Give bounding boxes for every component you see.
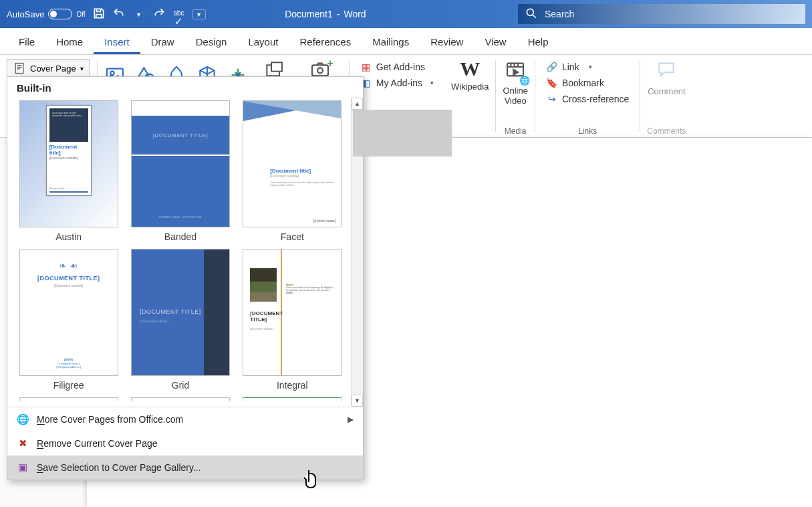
title-bar: AutoSave Off ▾ abc ✓ ▾ Document1 - Word — [0, 0, 812, 28]
chevron-down-icon: ▾ — [589, 64, 592, 70]
link-button[interactable]: 🔗 Link ▾ — [542, 59, 596, 75]
gallery-section-header: Built-in — [7, 77, 363, 98]
cover-page-label: Cover Page — [30, 64, 76, 74]
crossref-label: Cross-reference — [562, 94, 629, 104]
remove-page-icon: ✖ — [17, 437, 29, 449]
thumb-subtitle: [Document subtitle] — [270, 174, 334, 178]
tab-review[interactable]: Review — [420, 31, 474, 54]
group-links: Links — [578, 124, 597, 136]
tab-layout[interactable]: Layout — [237, 31, 289, 54]
chevron-down-icon: ▾ — [430, 80, 434, 86]
globe-icon: 🌐 — [17, 413, 29, 425]
svg-rect-7 — [312, 65, 328, 76]
search-input[interactable] — [545, 9, 799, 19]
comment-label: Comment — [648, 86, 685, 96]
window-title: Document1 - Word — [285, 9, 366, 19]
undo-icon[interactable] — [112, 7, 126, 22]
more-cover-label: More Cover Pages from Office.com — [37, 414, 183, 425]
bookmark-button[interactable]: 🔖 Bookmark — [542, 75, 608, 91]
thumb-subtitle: [Document subtitle] — [250, 327, 273, 330]
store-icon: ▦ — [360, 62, 372, 72]
remove-cover-page[interactable]: ✖ Remove Current Cover Page — [7, 431, 363, 455]
autosave-toggle[interactable] — [48, 9, 72, 19]
thumb-subtitle: [Document subtitle] — [20, 284, 118, 288]
cover-integral[interactable]: AbstractLorem ipsum dolor sit amet adipi… — [243, 249, 342, 376]
search-icon — [525, 7, 538, 22]
svg-point-0 — [527, 9, 533, 15]
scroll-down-icon[interactable]: ▼ — [352, 395, 363, 407]
group-media: Media — [505, 124, 527, 136]
tab-references[interactable]: References — [289, 31, 362, 54]
link-label: Link — [562, 62, 579, 72]
thumb-label-grid: Grid — [172, 376, 189, 393]
cover-page-gallery: Built-in Lorem ipsum dolor sit amet cons… — [7, 76, 364, 480]
page-icon — [13, 62, 26, 75]
online-video-icon[interactable]: 🌐 — [505, 59, 526, 83]
thumb-label-austin: Austin — [55, 227, 82, 245]
get-addins-label: Get Add-ins — [376, 62, 425, 72]
chevron-down-icon: ▾ — [80, 65, 84, 72]
autosave-knob-icon — [50, 11, 57, 17]
cover-page-button[interactable]: Cover Page ▾ — [7, 59, 90, 78]
scroll-up-icon[interactable]: ▲ — [352, 98, 363, 110]
online-video-label: Online Video — [503, 86, 528, 106]
get-addins-button[interactable]: ▦ Get Add-ins — [356, 59, 429, 75]
tab-help[interactable]: Help — [517, 31, 559, 54]
tab-view[interactable]: View — [474, 31, 517, 54]
autosave-state: Off — [76, 11, 85, 18]
save-gallery-icon: ▣ — [17, 462, 29, 474]
my-addins-label: My Add-ins — [376, 78, 422, 88]
cover-facet[interactable]: [Document title] [Document subtitle] Lor… — [243, 100, 342, 227]
my-addins-button[interactable]: ◧ My Add-ins ▾ — [356, 75, 438, 91]
cover-filigree[interactable]: ❧ ☙ [DOCUMENT TITLE] [Document subtitle]… — [19, 249, 118, 376]
save-gallery-label: Save Selection to Cover Page Gallery... — [37, 462, 201, 473]
comment-icon[interactable] — [656, 59, 677, 84]
tab-file[interactable]: File — [8, 31, 45, 54]
title-separator: - — [337, 9, 340, 19]
app-name: Word — [344, 9, 366, 19]
cover-next-partial[interactable] — [243, 397, 342, 401]
document-name: Document1 — [285, 9, 333, 19]
thumb-title: [Document title] — [270, 168, 334, 174]
thumb-title: [DOCUMENT TITLE] — [20, 275, 118, 282]
svg-point-8 — [317, 68, 323, 73]
tab-insert[interactable]: Insert — [94, 31, 140, 54]
thumb-label-banded: Banded — [164, 227, 196, 245]
cover-grid[interactable]: [DOCUMENT TITLE] [Document subtitle] — [131, 249, 230, 376]
qat-customize-icon[interactable]: ▾ — [192, 9, 206, 19]
undo-dropdown-icon[interactable]: ▾ — [132, 11, 146, 18]
tab-mailings[interactable]: Mailings — [362, 31, 420, 54]
tab-design[interactable]: Design — [185, 31, 238, 54]
mouse-cursor-icon — [302, 468, 322, 497]
group-comments: Comments — [647, 124, 686, 136]
search-box[interactable] — [518, 4, 805, 24]
more-cover-pages[interactable]: 🌐 More Cover Pages from Office.com ▶ — [7, 407, 363, 431]
remove-cover-label: Remove Current Cover Page — [37, 438, 158, 449]
tab-draw[interactable]: Draw — [140, 31, 185, 54]
spellcheck-icon[interactable]: abc ✓ — [172, 9, 186, 20]
bookmark-label: Bookmark — [562, 78, 604, 88]
thumb-subtitle: [Document subtitle] — [140, 319, 168, 323]
gallery-grid: Lorem ipsum dolor sit amet consectetur a… — [7, 98, 351, 407]
cover-next-partial[interactable] — [19, 397, 118, 401]
cover-next-partial[interactable] — [131, 397, 230, 401]
thumb-title: [Document title] — [49, 144, 88, 156]
thumb-label-filigree: Filigree — [53, 376, 84, 393]
main-tabs: File Home Insert Draw Design Layout Refe… — [0, 28, 812, 55]
tab-home[interactable]: Home — [45, 31, 94, 54]
cover-austin[interactable]: Lorem ipsum dolor sit amet consectetur a… — [19, 100, 118, 227]
crossref-icon: ↪ — [546, 94, 558, 104]
save-icon[interactable] — [92, 7, 106, 22]
redo-icon[interactable] — [152, 7, 166, 22]
svg-rect-1 — [15, 64, 23, 74]
scroll-thumb[interactable] — [353, 110, 452, 157]
thumb-title: [DOCUMENT TITLE] — [153, 132, 208, 138]
gallery-scrollbar[interactable]: ▲ ▼ — [351, 98, 363, 407]
chevron-right-icon: ▶ — [348, 415, 354, 424]
cross-reference-button[interactable]: ↪ Cross-reference — [542, 91, 633, 107]
svg-rect-6 — [271, 62, 282, 71]
thumb-title: [DOCUMENT TITLE] — [250, 311, 283, 323]
wikipedia-icon[interactable]: W — [460, 59, 480, 79]
cover-banded[interactable]: [DOCUMENT TITLE] COMPANY NAME · CONFIDEN… — [131, 100, 230, 227]
thumb-title: [DOCUMENT TITLE] — [140, 308, 201, 315]
